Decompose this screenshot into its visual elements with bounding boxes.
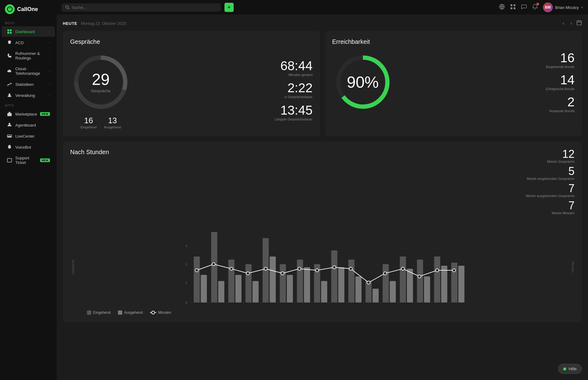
chart-stat-3-label: Meiste Minuten: [552, 211, 575, 215]
sidebar-item-statistiken-label: Statistiken: [15, 82, 34, 87]
svg-rect-33: [211, 232, 217, 302]
svg-rect-52: [373, 289, 379, 302]
chart-stat-0: 12 Meiste Gespräche: [547, 149, 575, 163]
ausgehend-sub: 13 Ausgehend: [104, 116, 121, 129]
dashboard-chevron: ›: [49, 30, 50, 33]
chat-icon[interactable]: [521, 4, 527, 11]
svg-rect-54: [390, 281, 396, 302]
chart-legend: Eingehend Ausgehend Minuten: [75, 310, 570, 315]
erreichbarkeit-donut: 90%: [332, 51, 394, 113]
search-input[interactable]: [72, 5, 217, 10]
stat-gespraechsdauer-value: 2:22: [275, 82, 313, 94]
svg-rect-57: [417, 260, 423, 302]
gespraeche-main-num: 29: [91, 71, 111, 87]
main-area: + BM Brian Miculcy ▾: [57, 0, 588, 380]
svg-point-63: [195, 269, 198, 272]
sidebar-item-verwaltung[interactable]: Verwaltung ›: [2, 90, 55, 101]
sidebar-item-livecenter[interactable]: LiveCenter: [2, 131, 55, 141]
svg-rect-1: [7, 29, 9, 31]
livecenter-icon: [7, 134, 12, 139]
marketplace-badge: NEW: [40, 112, 50, 116]
verpasste-anrufe-label: Verpasste Anrufe: [546, 109, 575, 113]
sidebar-item-acd-label: ACD: [15, 40, 24, 45]
calendar-icon[interactable]: [576, 20, 582, 27]
menu-section-label: MENU: [0, 18, 57, 26]
gespraeche-sub: 16 Eingehend 13 Ausgehend: [81, 116, 121, 129]
stat-minuten-gesamt-label: Minuten gesamt: [275, 73, 313, 77]
svg-rect-43: [297, 260, 303, 302]
svg-rect-50: [356, 276, 362, 302]
rufnummer-chevron: ›: [49, 54, 50, 58]
svg-text:2: 2: [186, 281, 187, 285]
legend-eingehend-dot: [87, 310, 91, 315]
rufnummer-icon: [7, 53, 12, 58]
svg-rect-32: [201, 275, 207, 302]
erreichbarkeit-title: Erreichbarkeit: [332, 38, 575, 45]
statistiken-chevron: ›: [49, 83, 50, 86]
svg-point-64: [212, 263, 215, 266]
sidebar-item-marketplace-label: Marketplace: [15, 112, 37, 116]
sidebar-item-acd[interactable]: ACD ›: [2, 37, 55, 48]
svg-rect-62: [458, 266, 465, 302]
sidebar-item-cloud[interactable]: Cloud-Telefonanlage ›: [2, 64, 55, 78]
ausgehend-num: 13: [104, 116, 121, 125]
apps-icon[interactable]: [510, 4, 516, 11]
chart-body: Gespräche 0 2 3 4: [70, 220, 575, 315]
notification-icon[interactable]: [532, 4, 538, 11]
erreichbarkeit-percent: 90%: [347, 73, 379, 91]
svg-rect-41: [280, 264, 286, 302]
gespraeche-donut-center: 29 Gespräche: [91, 71, 111, 93]
sidebar-item-dashboard[interactable]: Dashboard ›: [2, 26, 55, 37]
cloud-chevron: ›: [49, 70, 50, 73]
svg-rect-15: [511, 7, 512, 9]
user-area[interactable]: BM Brian Miculcy ▾: [543, 2, 583, 12]
sidebar-item-rufnummer[interactable]: Rufnummer & Routings ›: [2, 48, 55, 63]
search-box[interactable]: [62, 3, 221, 12]
eingehend-label: Eingehend: [81, 125, 97, 129]
erreichbarkeit-stats: 16 Eingehende Anrufe 14 Erfolgreiche Anr…: [546, 51, 575, 113]
sidebar-item-voicebot[interactable]: VoiceBot: [2, 142, 55, 152]
svg-rect-4: [10, 32, 12, 34]
legend-ausgehend: Ausgehend: [118, 310, 143, 315]
svg-point-66: [247, 272, 250, 275]
sidebar-item-marketplace[interactable]: Marketplace NEW: [2, 109, 55, 119]
heute-label: HEUTE: [63, 21, 77, 26]
svg-rect-17: [577, 21, 582, 25]
statistiken-icon: [7, 82, 12, 87]
top-cards: Gespräche: [63, 31, 582, 136]
date-next-button[interactable]: ›: [569, 20, 574, 27]
svg-rect-38: [253, 281, 259, 302]
svg-rect-60: [441, 266, 447, 302]
logo-text: CallOne: [17, 6, 38, 13]
stat-laengste: 13:45 Längste Gesprächsdauer: [275, 104, 313, 121]
erreichbarkeit-center: 90%: [347, 73, 379, 91]
logo-icon: [5, 4, 15, 14]
svg-rect-40: [270, 256, 276, 302]
chart-stat-0-val: 12: [547, 149, 575, 160]
search-icon: [65, 5, 69, 10]
erfolgreiche-anrufe-val: 14: [546, 74, 575, 86]
globe-icon[interactable]: [499, 4, 505, 11]
svg-point-68: [281, 272, 284, 275]
chart-area: 0 2 3 4: [75, 220, 570, 315]
svg-point-78: [453, 269, 456, 272]
sidebar-item-statistiken[interactable]: Statistiken ›: [2, 79, 55, 89]
sidebar-item-support[interactable]: Support Ticket NEW: [2, 153, 55, 168]
sidebar-item-agentboard[interactable]: Agentboard: [2, 120, 55, 130]
chart-stat-3: 7 Meiste Minuten: [552, 200, 575, 215]
legend-minuten-label: Minuten: [158, 310, 171, 315]
svg-rect-53: [383, 264, 389, 302]
svg-rect-59: [434, 256, 440, 302]
add-button[interactable]: +: [224, 3, 234, 12]
help-button[interactable]: Hilfe: [558, 364, 582, 374]
eingehende-anrufe-label: Eingehende Anrufe: [546, 65, 575, 69]
stat-laengste-value: 13:45: [275, 104, 313, 117]
svg-rect-48: [338, 267, 345, 302]
stat-gespraechsdauer-label: ⌀ Gesprächsdauer: [275, 95, 313, 99]
chart-stat-1-label: Meiste eingehenden Gespräche: [527, 177, 575, 180]
stat-minuten-gesamt: 68:44 Minuten gesamt: [275, 59, 313, 77]
eingehend-sub: 16 Eingehend: [81, 116, 97, 129]
date-prev-button[interactable]: ‹: [561, 20, 566, 27]
chart-header: Nach Stunden 12 Meiste Gespräche 5 Meist…: [70, 149, 575, 215]
svg-rect-37: [246, 264, 252, 302]
